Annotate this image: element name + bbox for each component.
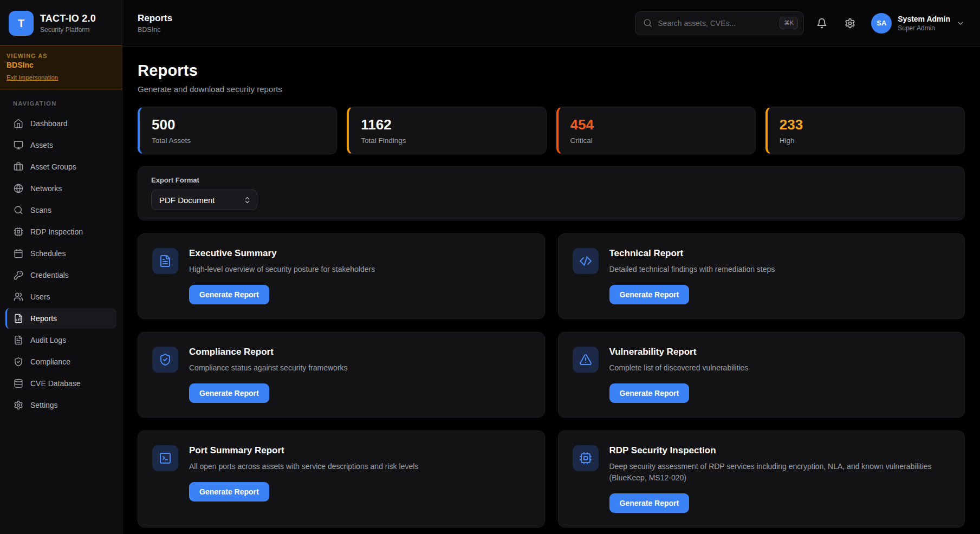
report-title: Compliance Report: [189, 347, 348, 357]
sidebar-item-dashboard[interactable]: Dashboard: [5, 113, 116, 134]
sidebar-item-assets[interactable]: Assets: [5, 135, 116, 155]
sidebar-item-rdp-inspection[interactable]: RDP Inspection: [5, 222, 116, 242]
report-icon-box: [573, 347, 599, 373]
report-icon-box: [573, 445, 599, 471]
file-chart-icon: [14, 314, 23, 323]
globe-icon: [14, 184, 23, 193]
user-name: System Admin: [898, 15, 950, 23]
report-card-rdp-security-inspection: RDP Security InspectionDeep security ass…: [558, 431, 965, 528]
cpu-icon: [14, 227, 23, 237]
export-format-value: PDF Document: [159, 196, 215, 205]
sidebar-item-settings[interactable]: Settings: [5, 395, 116, 415]
shield-check-icon: [14, 357, 23, 367]
cpu-icon: [579, 452, 592, 465]
report-card-port-summary-report: Port Summary ReportAll open ports across…: [138, 431, 545, 528]
sidebar-item-label: Dashboard: [30, 119, 68, 128]
file-text-icon: [159, 255, 172, 268]
chevron-down-icon: [956, 19, 965, 28]
stat-label: Critical: [570, 136, 743, 145]
exit-impersonation-link[interactable]: Exit Impersonation: [7, 74, 58, 81]
brand: T TACT-IO 2.0 Security Platform: [0, 0, 122, 45]
report-icon-box: [152, 248, 178, 274]
report-card-compliance-report: Compliance ReportCompliance status again…: [138, 332, 545, 418]
stat-value: 454: [570, 116, 743, 133]
nav-list: DashboardAssetsAsset GroupsNetworksScans…: [5, 113, 116, 415]
sidebar-nav: NAVIGATION DashboardAssetsAsset GroupsNe…: [0, 89, 122, 534]
nav-section-label: NAVIGATION: [5, 100, 116, 107]
sidebar-item-label: Compliance: [30, 357, 70, 366]
file-chart-icon-wrap: [14, 314, 23, 323]
home-icon: [14, 119, 23, 128]
avatar: SA: [871, 13, 892, 34]
sidebar-item-audit-logs[interactable]: Audit Logs: [5, 330, 116, 350]
sidebar-item-label: Credentials: [30, 271, 69, 279]
search-input[interactable]: [658, 19, 774, 28]
export-format-label: Export Format: [151, 176, 951, 184]
stat-card-high: 233High: [765, 107, 965, 154]
shield-check-icon-wrap: [14, 357, 23, 367]
sidebar-item-label: Settings: [30, 401, 58, 409]
sidebar-item-credentials[interactable]: Credentials: [5, 265, 116, 285]
sidebar-item-cve-database[interactable]: CVE Database: [5, 373, 116, 394]
user-role: Super Admin: [898, 24, 950, 32]
generate-report-button[interactable]: Generate Report: [189, 482, 269, 502]
report-icon-box: [573, 248, 599, 274]
brand-logo: T: [9, 11, 34, 36]
sidebar-item-label: Networks: [30, 184, 62, 193]
sidebar-item-reports[interactable]: Reports: [5, 308, 116, 329]
report-description: All open ports across assets with servic…: [189, 461, 418, 472]
generate-report-button[interactable]: Generate Report: [189, 383, 269, 403]
generate-report-button[interactable]: Generate Report: [609, 383, 690, 403]
chevrons-up-down-icon: [243, 196, 251, 204]
global-search[interactable]: ⌘K: [635, 11, 804, 35]
sidebar-item-networks[interactable]: Networks: [5, 178, 116, 199]
key-icon: [14, 270, 23, 280]
shield-check-icon: [159, 353, 172, 366]
stat-card-total-findings: 1162Total Findings: [347, 107, 546, 154]
report-description: Deep security assessment of RDP services…: [609, 461, 951, 484]
calendar-icon-wrap: [14, 249, 23, 258]
gear-icon: [14, 400, 23, 410]
database-icon: [14, 379, 23, 388]
notifications-button[interactable]: [812, 13, 832, 34]
report-description: Detailed technical findings with remedia…: [609, 264, 775, 275]
impersonation-label: VIEWING AS: [7, 53, 115, 59]
brand-tagline: Security Platform: [40, 26, 96, 34]
file-text-icon-wrap: [14, 335, 23, 345]
sidebar-item-asset-groups[interactable]: Asset Groups: [5, 157, 116, 177]
export-format-select[interactable]: PDF Document: [151, 190, 257, 210]
key-icon-wrap: [14, 270, 23, 280]
briefcase-icon-wrap: [14, 162, 23, 172]
stat-label: High: [780, 136, 952, 145]
sidebar-item-compliance[interactable]: Compliance: [5, 351, 116, 372]
sidebar-item-label: RDP Inspection: [30, 227, 83, 236]
users-icon-wrap: [14, 292, 23, 302]
stat-card-critical: 454Critical: [556, 107, 756, 154]
page-title: Reports: [138, 62, 965, 80]
impersonation-banner: VIEWING AS BDSInc Exit Impersonation: [0, 45, 122, 89]
stat-label: Total Findings: [361, 136, 534, 145]
generate-report-button[interactable]: Generate Report: [609, 285, 690, 304]
report-card-executive-summary: Executive SummaryHigh-level overview of …: [138, 233, 545, 319]
stat-card-total-assets: 500Total Assets: [138, 107, 337, 154]
user-menu[interactable]: SA System Admin Super Admin: [871, 13, 965, 34]
report-title: Vulnerability Report: [609, 347, 749, 357]
generate-report-button[interactable]: Generate Report: [189, 285, 269, 304]
calendar-icon: [14, 249, 23, 258]
settings-button[interactable]: [840, 13, 860, 34]
header-subtitle: BDSInc: [138, 26, 172, 34]
content-area[interactable]: Reports Generate and download security r…: [122, 47, 980, 534]
search-icon-wrap: [14, 205, 23, 215]
sidebar-item-label: Schedules: [30, 249, 66, 258]
alert-triangle-icon: [579, 353, 592, 366]
report-title: Technical Report: [609, 248, 775, 259]
sidebar-item-schedules[interactable]: Schedules: [5, 243, 116, 264]
report-description: Compliance status against security frame…: [189, 362, 348, 374]
report-description: Complete list of discovered vulnerabilit…: [609, 362, 749, 374]
sidebar-item-users[interactable]: Users: [5, 286, 116, 307]
sidebar-item-label: Assets: [30, 141, 53, 149]
file-text-icon: [14, 335, 23, 345]
sidebar-item-scans[interactable]: Scans: [5, 200, 116, 220]
search-icon: [643, 18, 652, 28]
generate-report-button[interactable]: Generate Report: [609, 493, 690, 513]
